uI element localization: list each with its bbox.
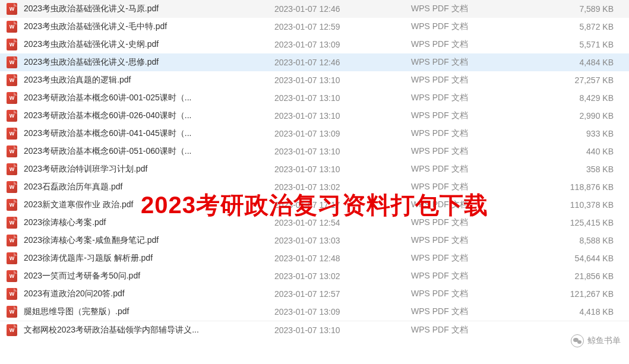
file-date: 2023-01-07 13:02 [274,271,411,281]
file-name: 2023考虫政治基础强化讲义-毛中特.pdf [19,21,274,32]
pdf-icon [7,235,17,246]
file-row[interactable]: 2023有道政治20问20答.pdf2023-01-07 12:57WPS PD… [0,285,629,303]
pdf-icon [7,145,17,157]
file-name: 2023考虫政治基础强化讲义-史纲.pdf [19,39,274,50]
file-row[interactable]: 2023考虫政治基础强化讲义-史纲.pdf2023-01-07 13:09WPS… [0,36,629,53]
file-list: 2023考虫政治基础强化讲义-马原.pdf2023-01-07 12:46WPS… [0,0,629,338]
file-row[interactable]: 2023考虫政治基础强化讲义-马原.pdf2023-01-07 12:46WPS… [0,0,629,18]
file-size: 5,872 KB [530,22,624,31]
file-name: 2023有道政治20问20答.pdf [19,289,274,299]
file-row[interactable]: 2023徐涛核心考案-咸鱼翻身笔记.pdf2023-01-07 13:03WPS… [0,232,629,249]
file-row[interactable]: 2023考研政治基本概念60讲-001-025课时（...2023-01-07 … [0,89,629,107]
file-icon-cell [5,74,19,86]
file-type: WPS PDF 文档 [411,110,530,121]
file-size: 933 KB [530,129,624,138]
file-row[interactable]: 2023一笑而过考研备考50问.pdf2023-01-07 13:02WPS P… [0,267,629,285]
file-row[interactable]: 2023考研政治基本概念60讲-051-060课时（...2023-01-07 … [0,143,629,160]
file-type: WPS PDF 文档 [411,200,530,210]
pdf-icon [7,56,17,68]
file-icon-cell [5,306,19,318]
file-date: 2023-01-07 13:10 [274,93,411,103]
file-row[interactable]: 腿姐思维导图（完整版）.pdf2023-01-07 13:09WPS PDF 文… [0,303,629,321]
pdf-icon [7,21,17,33]
file-row[interactable]: 2023石磊政治历年真题.pdf2023-01-07 13:02WPS PDF … [0,178,629,196]
file-icon-cell [5,56,19,68]
file-row[interactable]: 2023徐涛优题库-习题版 解析册.pdf2023-01-07 12:48WPS… [0,249,629,267]
file-size: 118,876 KB [530,182,624,192]
file-name: 2023考虫政治基础强化讲义-思修.pdf [19,57,274,68]
file-icon-cell [5,288,19,300]
file-size: 4,484 KB [530,58,624,67]
file-name: 2023一笑而过考研备考50问.pdf [19,271,274,281]
file-type: WPS PDF 文档 [411,325,530,335]
pdf-icon [7,92,17,104]
file-size: 8,429 KB [530,93,624,103]
file-row[interactable]: 2023考虫政治真题的逻辑.pdf2023-01-07 13:10WPS PDF… [0,71,629,89]
file-row[interactable]: 文都网校2023考研政治基础领学内部辅导讲义...2023-01-07 13:1… [0,321,629,338]
file-icon-cell [5,235,19,246]
file-type: WPS PDF 文档 [411,182,530,192]
file-row[interactable]: 2023考虫政治基础强化讲义-毛中特.pdf2023-01-07 12:59WP… [0,18,629,36]
file-size: 125,415 KB [530,218,624,227]
file-icon-cell [5,21,19,33]
file-date: 2023-01-07 12:57 [274,289,411,299]
file-size: 27,257 KB [530,75,624,85]
file-size: 54,644 KB [530,254,624,263]
file-size: 5,571 KB [530,40,624,49]
file-icon-cell [5,199,19,211]
file-date: 2023-01-07 13:10 [274,164,411,174]
file-type: WPS PDF 文档 [411,93,530,103]
file-type: WPS PDF 文档 [411,21,530,32]
pdf-icon [7,3,17,15]
file-icon-cell [5,252,19,264]
file-icon-cell [5,270,19,282]
file-type: WPS PDF 文档 [411,146,530,157]
file-icon-cell [5,145,19,157]
file-date: 2023-01-07 13:09 [274,129,411,138]
file-icon-cell [5,128,19,140]
pdf-icon [7,199,17,211]
file-date: 2023-01-07 12:48 [274,254,411,263]
file-name: 2023徐涛优题库-习题版 解析册.pdf [19,253,274,264]
file-type: WPS PDF 文档 [411,217,530,228]
file-row[interactable]: 2023考研政治基本概念60讲-026-040课时（...2023-01-07 … [0,107,629,125]
file-type: WPS PDF 文档 [411,75,530,86]
file-type: WPS PDF 文档 [411,4,530,14]
pdf-icon [7,74,17,86]
file-icon-cell [5,163,19,175]
file-row[interactable]: 2023考虫政治基础强化讲义-思修.pdf2023-01-07 12:46WPS… [0,53,629,71]
file-icon-cell [5,324,19,336]
pdf-icon [7,163,17,175]
file-date: 2023-01-07 13:09 [274,40,411,49]
file-name: 2023考虫政治真题的逻辑.pdf [19,75,274,86]
file-size: 110,378 KB [530,200,624,210]
pdf-icon [7,217,17,229]
file-row[interactable]: 2023考研政治基本概念60讲-041-045课时（...2023-01-07 … [0,125,629,143]
file-type: WPS PDF 文档 [411,164,530,175]
file-row[interactable]: 2023徐涛核心考案.pdf2023-01-07 12:54WPS PDF 文档… [0,214,629,232]
file-type: WPS PDF 文档 [411,306,530,317]
pdf-icon [7,181,17,193]
file-icon-cell [5,92,19,104]
file-date: 2023-01-07 12:54 [274,218,411,227]
file-type: WPS PDF 文档 [411,289,530,299]
pdf-icon [7,288,17,300]
file-type: WPS PDF 文档 [411,128,530,139]
file-icon-cell [5,110,19,122]
file-icon-cell [5,181,19,193]
file-icon-cell [5,3,19,15]
file-type: WPS PDF 文档 [411,235,530,246]
file-name: 2023考研政治基本概念60讲-051-060课时（... [19,146,274,157]
file-name: 2023考研政治基本概念60讲-026-040课时（... [19,110,274,121]
file-name: 2023石磊政治历年真题.pdf [19,182,274,192]
file-row[interactable]: 2023考研政治特训班学习计划.pdf2023-01-07 13:10WPS P… [0,160,629,178]
file-date: 2023-01-07 13:10 [274,147,411,156]
file-type: WPS PDF 文档 [411,39,530,50]
file-size: 21,856 KB [530,271,624,281]
file-name: 文都网校2023考研政治基础领学内部辅导讲义... [19,325,274,335]
file-date: 2023-01-07 13:10 [274,325,411,335]
file-row[interactable]: 2023新文道寒假作业 政治.pdf2023-01-07 17:17WPS PD… [0,196,629,214]
file-size: 121,267 KB [530,289,624,299]
file-size: 358 KB [530,164,624,174]
pdf-icon [7,270,17,282]
